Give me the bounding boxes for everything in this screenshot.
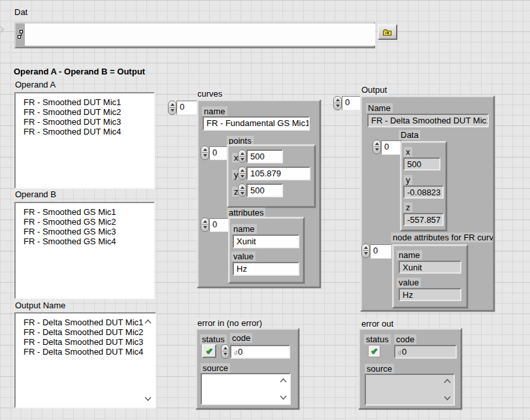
increment-icon[interactable] xyxy=(240,186,244,189)
list-item[interactable]: FR - Smoothed DUT Mic2 xyxy=(16,107,154,117)
error-in-cluster: status code ✔ d0 source xyxy=(195,328,299,410)
list-item[interactable]: FR - Smoothed GS Mic4 xyxy=(16,236,154,246)
decrement-icon[interactable] xyxy=(336,105,340,107)
labview-front-panel: Dat Operand A - Operand B = Output Opera… xyxy=(0,0,530,420)
points-index-spinner[interactable] xyxy=(201,146,209,160)
radix-indicator: d xyxy=(398,349,401,356)
source-field[interactable] xyxy=(201,373,291,405)
increment-icon[interactable] xyxy=(224,347,227,349)
list-item[interactable]: FR - Delta Smoothed DUT Mic2 xyxy=(16,327,140,337)
error-out-cluster: status code ✔ d0 source xyxy=(358,328,462,410)
decrement-icon[interactable] xyxy=(240,192,244,195)
status-label: status xyxy=(364,334,391,344)
spinner-divider xyxy=(363,250,369,251)
scroll-down-icon[interactable] xyxy=(444,396,451,400)
list-item[interactable]: FR - Smoothed DUT Mic4 xyxy=(16,127,154,137)
operand-a-listbox[interactable]: FR - Smoothed DUT Mic1 FR - Smoothed DUT… xyxy=(14,92,155,189)
browse-button[interactable] xyxy=(378,24,397,40)
scroll-down-icon[interactable] xyxy=(280,395,287,400)
z-spinner[interactable] xyxy=(238,184,246,197)
increment-icon[interactable] xyxy=(240,169,244,172)
increment-icon[interactable] xyxy=(203,148,207,151)
attribute-value-label: value xyxy=(231,251,256,261)
points-cluster: x 500 y 105.879 z 500 xyxy=(227,144,316,208)
y-spinner[interactable] xyxy=(238,167,246,180)
scroll-up-icon[interactable] xyxy=(144,319,152,324)
path-type-icon xyxy=(17,30,24,39)
node-attributes-index-value[interactable]: 0 xyxy=(370,244,391,259)
list-item[interactable]: FR - Delta Smoothed DUT Mic3 xyxy=(16,337,140,347)
attribute-value-field: Hz xyxy=(399,288,461,301)
x-field[interactable]: 500 xyxy=(246,150,283,163)
attributes-cluster-label: attributes xyxy=(227,208,265,218)
decrement-icon[interactable] xyxy=(171,109,174,112)
error-out-label: error out xyxy=(360,319,395,329)
node-attributes-index-spinner[interactable] xyxy=(361,244,370,258)
status-ok-check-icon: ✔ xyxy=(206,346,213,356)
scroll-up-icon[interactable] xyxy=(280,378,287,383)
output-name-listbox[interactable]: FR - Delta Smoothed DUT Mic1 FR - Delta … xyxy=(14,312,156,408)
path-control-label: Dat xyxy=(13,7,29,17)
decrement-icon[interactable] xyxy=(240,175,244,178)
list-item[interactable]: FR - Delta Smoothed DUT Mic1 xyxy=(16,317,140,327)
code-label: code xyxy=(394,334,416,344)
curve-name-field[interactable]: FR - Fundamental GS Mic1 xyxy=(203,116,310,131)
increment-icon[interactable] xyxy=(364,246,368,249)
code-label: code xyxy=(230,333,252,343)
attribute-value-field[interactable]: Hz xyxy=(233,262,299,276)
decrement-icon[interactable] xyxy=(364,252,368,255)
spinner-divider xyxy=(239,156,245,157)
z-field[interactable]: 500 xyxy=(246,184,283,197)
decrement-icon[interactable] xyxy=(203,226,207,229)
list-item[interactable]: FR - Smoothed GS Mic3 xyxy=(16,227,154,236)
x-label: x xyxy=(404,147,412,157)
decrement-icon[interactable] xyxy=(375,148,379,151)
output-name-field: FR - Delta Smoothed DUT Mic1 xyxy=(367,114,489,127)
operand-b-listbox[interactable]: FR - Smoothed GS Mic1 FR - Smoothed GS M… xyxy=(14,202,155,299)
spinner-divider xyxy=(239,173,245,174)
y-field: -0.08823 xyxy=(403,186,444,199)
output-cluster: Name FR - Delta Smoothed DUT Mic1 Data 0… xyxy=(360,95,495,312)
list-item[interactable]: FR - Smoothed DUT Mic3 xyxy=(16,117,154,127)
increment-icon[interactable] xyxy=(171,103,174,106)
curves-index-value[interactable]: 0 xyxy=(176,101,197,115)
scroll-up-icon[interactable] xyxy=(444,379,451,383)
x-spinner[interactable] xyxy=(238,150,246,163)
code-field[interactable]: d0 xyxy=(230,345,290,359)
attributes-index-value[interactable]: 0 xyxy=(209,218,230,232)
decrement-icon[interactable] xyxy=(224,353,227,355)
path-input[interactable] xyxy=(25,24,375,46)
spinner-divider xyxy=(202,152,208,153)
attribute-name-field[interactable]: Xunit xyxy=(233,234,299,248)
list-item[interactable]: FR - Smoothed DUT Mic1 xyxy=(16,97,154,107)
increment-icon[interactable] xyxy=(203,220,207,223)
status-ok-check-icon: ✔ xyxy=(371,346,378,356)
status-boolean-indicator: ✔ xyxy=(368,345,380,357)
path-control xyxy=(14,22,375,48)
attributes-index-spinner[interactable] xyxy=(201,218,209,232)
decrement-icon[interactable] xyxy=(240,158,244,161)
code-spinner[interactable] xyxy=(221,344,229,359)
data-index-spinner[interactable] xyxy=(373,140,381,154)
increment-icon[interactable] xyxy=(336,99,340,101)
output-cluster-label: Output xyxy=(360,85,388,95)
status-boolean-button[interactable]: ✔ xyxy=(202,344,216,358)
list-item[interactable]: FR - Delta Smoothed DUT Mic4 xyxy=(16,347,140,357)
curves-cluster: name FR - Fundamental GS Mic1 points 0 x… xyxy=(197,99,321,288)
output-name-field-label: Name xyxy=(366,103,393,113)
spinner-divider xyxy=(169,107,175,108)
increment-icon[interactable] xyxy=(240,152,244,155)
z-label: z xyxy=(404,202,412,212)
spinner-divider xyxy=(222,351,228,351)
source-label: source xyxy=(365,364,394,374)
y-field[interactable]: 105.879 xyxy=(246,167,310,180)
increment-icon[interactable] xyxy=(375,142,379,145)
decrement-icon[interactable] xyxy=(203,154,207,157)
list-item[interactable]: FR - Smoothed GS Mic1 xyxy=(16,207,154,217)
scroll-down-icon[interactable] xyxy=(144,396,152,401)
curves-index-spinner[interactable] xyxy=(168,101,176,115)
code-field: d0 xyxy=(394,345,457,359)
list-item[interactable]: FR - Smoothed GS Mic2 xyxy=(16,217,154,227)
output-index-spinner[interactable] xyxy=(333,96,342,110)
source-field xyxy=(365,374,455,406)
